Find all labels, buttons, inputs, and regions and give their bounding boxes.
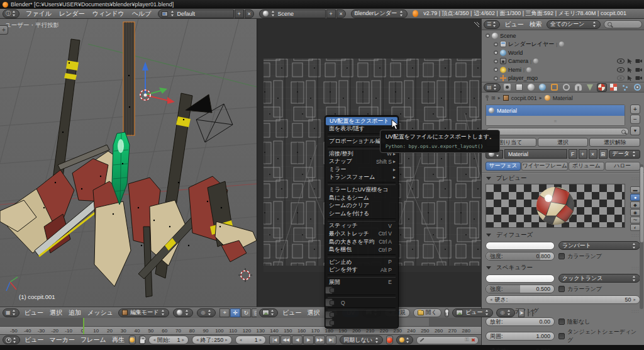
menu-item[interactable]: スティッチ V ▸ — [325, 222, 398, 230]
menu-frame[interactable]: フレーム — [79, 336, 108, 344]
tab-render-layers[interactable] — [514, 83, 524, 92]
key-delete-icon[interactable]: ✖ — [471, 337, 475, 343]
timeline-canvas[interactable] — [0, 318, 481, 326]
menu-item[interactable]: トランスフォーム ▸ — [325, 174, 398, 182]
tab-surface[interactable]: サーフェス — [486, 162, 521, 171]
increment-arrow[interactable]: ▸ — [260, 337, 262, 342]
panel-grip[interactable]: :::: — [631, 308, 640, 314]
tab-constraints[interactable] — [561, 83, 571, 92]
menu-item[interactable]: 画像の範囲に拘束 ▸ — [325, 311, 333, 319]
properties-scrollbar[interactable] — [640, 164, 643, 309]
sticky-select-button[interactable]: ➤ — [518, 308, 525, 317]
pin-icon[interactable] — [486, 95, 489, 101]
slot-specials-button[interactable]: ▼ — [630, 126, 640, 135]
add-screen-button[interactable]: + — [235, 9, 244, 18]
outliner-scope-dropdown[interactable]: 全てのシーン — [547, 20, 601, 29]
menu-item[interactable]: ピクセルに吸着 ▸ — [325, 319, 333, 327]
add-slot-button[interactable]: + — [630, 104, 640, 114]
menu-item[interactable]: ライブ展開 ▸ — [325, 286, 333, 295]
translate-manipulator-button[interactable]: ✛ — [230, 308, 240, 317]
selectable-arrow-icon[interactable] — [627, 58, 633, 64]
menu-item-checkbox[interactable] — [330, 320, 335, 325]
preview-sphere-button[interactable]: ● — [630, 194, 640, 201]
menu-marker[interactable]: マーカー — [48, 336, 75, 344]
menu-add[interactable]: 追加 — [67, 308, 82, 317]
menu-select[interactable]: 選択 — [306, 308, 321, 317]
fake-user-button[interactable]: F — [569, 149, 577, 159]
mode-dropdown[interactable]: 編集モード — [118, 308, 169, 317]
menu-mesh[interactable]: メッシュ — [86, 308, 114, 317]
editor-type-button[interactable] — [259, 308, 278, 317]
diffuse-intensity-slider[interactable]: 強度:0.800 — [486, 252, 555, 261]
decrement-arrow[interactable]: ◂ — [490, 297, 492, 302]
play-button[interactable]: ▶ — [303, 336, 314, 344]
screen-layout-dropdown[interactable]: Default — [158, 9, 234, 18]
menu-item[interactable]: スナップ Shift S ▸ — [325, 157, 398, 166]
expand-icon[interactable] — [494, 59, 498, 64]
menu-item[interactable]: 島を梱包 Ctrl P ▸ — [325, 246, 398, 254]
tab-object-data[interactable] — [585, 83, 595, 92]
panel-grip[interactable]: :::: — [631, 265, 640, 271]
node-icon[interactable]: ⊞ — [491, 95, 496, 101]
jump-to-start-button[interactable]: |◀ — [269, 336, 280, 344]
menu-view[interactable]: ビュー — [23, 336, 45, 344]
tab-world[interactable] — [538, 83, 548, 92]
manipulator-axis-button[interactable]: ⌖ — [219, 308, 230, 317]
slot-filter-input[interactable] — [486, 128, 629, 135]
key-insert-icon[interactable]: ⚿ — [465, 337, 469, 343]
editor-type-button[interactable]: ☰ — [484, 20, 500, 29]
draw-texture-button[interactable] — [532, 309, 533, 317]
transform-gizmo[interactable] — [140, 62, 175, 104]
decrement-arrow[interactable]: ◂ — [153, 337, 155, 342]
viewport-3d[interactable]: ユーザー・平行投影 (1) cocpit.001 + — [0, 19, 257, 307]
sync-dropdown[interactable]: 同期しない — [340, 336, 383, 344]
editor-type-button[interactable]: ▤ — [484, 83, 501, 92]
pivot-dropdown[interactable]: ◎ — [197, 308, 216, 317]
outliner-row[interactable]: World | — [482, 48, 644, 57]
nodes-button[interactable]: ⊞ — [599, 149, 608, 159]
unlink-material-button[interactable]: × — [589, 149, 597, 159]
panel-grip[interactable]: :::: — [631, 232, 640, 238]
select-button[interactable]: 選択 — [538, 138, 589, 147]
shading-number-field[interactable]: 周囲:1.000 — [486, 332, 555, 341]
tab-texture[interactable] — [609, 83, 619, 92]
diffuse-shader-dropdown[interactable]: ランバート — [558, 241, 640, 250]
start-frame-field[interactable]: ◂開始:1▸ — [148, 336, 189, 344]
specular-shader-dropdown[interactable]: クックトランス — [558, 274, 640, 283]
selectable-arrow-icon[interactable] — [627, 67, 633, 73]
hardness-field[interactable]: ◂硬さ:50▸ — [486, 295, 640, 304]
material-name-field[interactable]: Material — [504, 149, 567, 159]
shading-checkbox[interactable]: 陰影なし — [558, 318, 640, 326]
current-frame-field[interactable]: ◂1▸ — [235, 336, 267, 344]
tab-particles[interactable] — [620, 83, 630, 92]
scene-dropdown[interactable]: Scene — [259, 9, 326, 18]
delete-screen-button[interactable]: × — [245, 9, 254, 18]
uv-view-dropdown[interactable]: ビュー — [452, 308, 493, 317]
menu-item[interactable]: ピン止め P ▸ — [325, 258, 398, 266]
menu-item[interactable]: ミラーしたUV座標をコピー ▸ — [325, 186, 398, 194]
new-material-button[interactable]: + — [579, 149, 587, 159]
tab-material[interactable] — [597, 83, 607, 92]
eye-icon[interactable] — [617, 76, 625, 81]
pin-image-button[interactable] — [445, 308, 449, 317]
diffuse-section-header[interactable]: ディフューズ:::: — [482, 230, 644, 239]
checkbox[interactable] — [558, 253, 565, 259]
outliner-row[interactable]: Camera | — [482, 57, 644, 66]
diffuse-color-swatch[interactable] — [486, 242, 555, 250]
increment-arrow[interactable]: ▸ — [633, 297, 636, 302]
remove-slot-button[interactable]: − — [630, 115, 640, 124]
render-engine-dropdown[interactable]: Blenderレンダー — [351, 9, 408, 18]
tab-wire[interactable]: ワイヤーフレーム — [521, 162, 568, 171]
keying-set-field[interactable]: ⚿✖ — [416, 336, 479, 344]
decrement-arrow[interactable]: ◂ — [240, 337, 242, 342]
specular-section-header[interactable]: スペキュラー:::: — [482, 263, 644, 272]
renderable-camera-icon[interactable] — [635, 76, 642, 81]
renderable-camera-icon[interactable] — [635, 59, 642, 64]
eye-icon[interactable] — [617, 59, 625, 64]
auto-keyframe-button[interactable] — [386, 336, 393, 344]
region-expand-tab[interactable]: + — [0, 25, 8, 35]
preview-section-header[interactable]: プレビュー:::: — [482, 174, 644, 183]
menu-playback[interactable]: 再生 — [111, 336, 126, 344]
increment-arrow[interactable]: ▸ — [182, 337, 185, 342]
menu-item[interactable]: 展開 E ▸ — [325, 278, 398, 286]
